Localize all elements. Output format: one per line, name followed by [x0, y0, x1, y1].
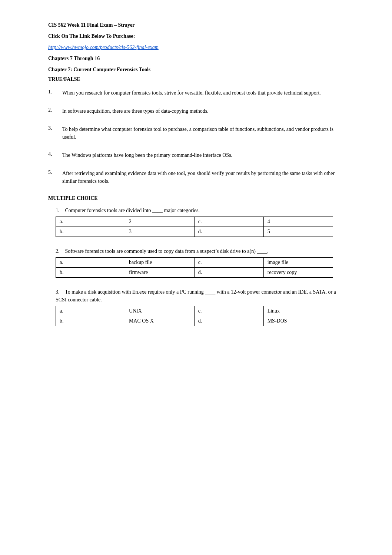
table-row: a. UNIX c. Linux: [56, 306, 333, 316]
answer-letter2: c.: [194, 306, 263, 316]
mc-question-1: 1. Computer forensics tools are divided …: [48, 207, 348, 237]
answer-value2: 4: [263, 217, 333, 227]
truefalse-question-5: 5. After retrieving and examining eviden…: [48, 169, 348, 185]
table-row: b. MAC OS X d. MS-DOS: [56, 316, 333, 326]
answer-letter: b.: [56, 316, 125, 326]
answer-value: 2: [125, 217, 194, 227]
answer-value2: recovery copy: [263, 268, 333, 278]
truefalse-question-2: 2. In software acquisition, there are th…: [48, 107, 348, 115]
mc-question-text: 2. Software forensics tools are commonly…: [56, 247, 348, 255]
answer-value: MAC OS X: [125, 316, 194, 326]
mc-answer-table: a. UNIX c. Linux b. MAC OS X d. MS-DOS: [56, 306, 333, 326]
mc-number: 3.: [56, 288, 64, 296]
answer-value2: Linux: [263, 306, 333, 316]
answer-letter2: c.: [194, 258, 263, 268]
mc-question-text: 1. Computer forensics tools are divided …: [56, 207, 348, 214]
answer-value2: 5: [263, 227, 333, 237]
truefalse-question-1: 1. When you research for computer forens…: [48, 89, 348, 97]
mc-question-2: 2. Software forensics tools are commonly…: [48, 247, 348, 278]
truefalse-list: 1. When you research for computer forens…: [48, 89, 348, 185]
answer-value: 3: [125, 227, 194, 237]
question-text: When you research for computer forensics…: [62, 89, 348, 97]
mc-question-text: 3. To make a disk acquisition with En.ex…: [56, 288, 348, 304]
table-row: b. 3 d. 5: [56, 227, 333, 237]
question-text: To help determine what computer forensic…: [62, 125, 348, 141]
mc-number: 2.: [56, 247, 64, 255]
question-text: The Windows platforms have long been the…: [62, 151, 348, 159]
answer-letter: a.: [56, 306, 125, 316]
answer-letter: b.: [56, 268, 125, 278]
answer-value: firmware: [125, 268, 194, 278]
question-number: 2.: [48, 107, 62, 113]
answer-letter2: d.: [194, 316, 263, 326]
purchase-label: Click On The Link Below To Purchase:: [48, 33, 348, 39]
page-title: CIS 562 Week 11 Final Exam – Strayer: [48, 22, 348, 28]
table-row: a. backup file c. image file: [56, 258, 333, 268]
question-number: 5.: [48, 169, 62, 175]
page-content: CIS 562 Week 11 Final Exam – Strayer Cli…: [0, 0, 392, 555]
question-text: After retrieving and examining evidence …: [62, 169, 348, 185]
answer-letter2: d.: [194, 227, 263, 237]
purchase-link-line: http://www.hwmojo.com/products/cis-562-f…: [48, 44, 348, 50]
chapter7-title: Chapter 7: Current Computer Forensics To…: [48, 67, 348, 73]
table-row: b. firmware d. recovery copy: [56, 268, 333, 278]
question-number: 3.: [48, 125, 62, 131]
answer-value: backup file: [125, 258, 194, 268]
question-number: 1.: [48, 89, 62, 95]
answer-letter: a.: [56, 258, 125, 268]
answer-value2: MS-DOS: [263, 316, 333, 326]
chapters-range: Chapters 7 Through 16: [48, 56, 348, 62]
mc-number: 1.: [56, 207, 64, 214]
mc-questions-container: 1. Computer forensics tools are divided …: [48, 207, 348, 326]
question-number: 4.: [48, 151, 62, 157]
answer-value: UNIX: [125, 306, 194, 316]
mc-answer-table: a. 2 c. 4 b. 3 d. 5: [56, 217, 333, 237]
purchase-link[interactable]: http://www.hwmojo.com/products/cis-562-f…: [48, 44, 159, 50]
answer-letter: b.: [56, 227, 125, 237]
question-text: In software acquisition, there are three…: [62, 107, 348, 115]
table-row: a. 2 c. 4: [56, 217, 333, 227]
truefalse-question-4: 4. The Windows platforms have long been …: [48, 151, 348, 159]
multiple-choice-header: MULTIPLE CHOICE: [48, 195, 348, 201]
mc-answer-table: a. backup file c. image file b. firmware…: [56, 257, 333, 278]
mc-question-3: 3. To make a disk acquisition with En.ex…: [48, 288, 348, 326]
truefalse-question-3: 3. To help determine what computer foren…: [48, 125, 348, 141]
answer-value2: image file: [263, 258, 333, 268]
answer-letter: a.: [56, 217, 125, 227]
answer-letter2: c.: [194, 217, 263, 227]
truefalse-header: TRUE/FALSE: [48, 76, 348, 82]
answer-letter2: d.: [194, 268, 263, 278]
